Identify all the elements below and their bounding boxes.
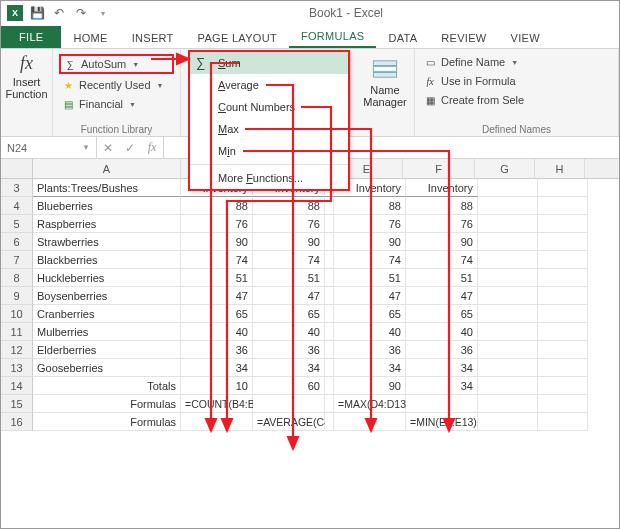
undo-icon[interactable]: ↶ bbox=[49, 3, 69, 23]
cell[interactable] bbox=[538, 215, 588, 233]
cell[interactable]: 88 bbox=[253, 197, 325, 215]
cell[interactable] bbox=[538, 287, 588, 305]
tab-data[interactable]: DATA bbox=[376, 28, 429, 48]
cell[interactable]: Strawberries bbox=[33, 233, 181, 251]
cell[interactable] bbox=[478, 305, 538, 323]
fx-icon[interactable]: fx bbox=[141, 140, 163, 155]
cell[interactable]: 74 bbox=[406, 251, 478, 269]
col-header-G[interactable]: G bbox=[475, 159, 535, 178]
tab-home[interactable]: HOME bbox=[61, 28, 119, 48]
cell[interactable]: 40 bbox=[181, 323, 253, 341]
cell[interactable]: 51 bbox=[406, 269, 478, 287]
redo-icon[interactable]: ↷ bbox=[71, 3, 91, 23]
tab-file[interactable]: FILE bbox=[1, 26, 61, 48]
cell[interactable] bbox=[406, 395, 478, 413]
cell[interactable]: Blueberries bbox=[33, 197, 181, 215]
cell[interactable]: 74 bbox=[253, 251, 325, 269]
cell[interactable]: 51 bbox=[181, 269, 253, 287]
cell[interactable]: Plants:Trees/Bushes bbox=[33, 179, 181, 197]
tab-review[interactable]: REVIEW bbox=[429, 28, 498, 48]
cell[interactable]: 47 bbox=[406, 287, 478, 305]
cell[interactable] bbox=[325, 377, 334, 395]
cell[interactable] bbox=[538, 359, 588, 377]
cell[interactable] bbox=[325, 251, 334, 269]
cancel-icon[interactable]: ✕ bbox=[97, 141, 119, 155]
cell[interactable] bbox=[334, 413, 406, 431]
cell[interactable]: 40 bbox=[406, 323, 478, 341]
cell[interactable]: 34 bbox=[334, 359, 406, 377]
cell[interactable] bbox=[478, 215, 538, 233]
use-in-formula-button[interactable]: fx Use in Formula bbox=[421, 73, 612, 89]
cell[interactable]: 65 bbox=[253, 305, 325, 323]
cell[interactable]: 36 bbox=[406, 341, 478, 359]
cell[interactable] bbox=[538, 305, 588, 323]
cell[interactable] bbox=[478, 377, 538, 395]
row-header[interactable]: 16 bbox=[1, 413, 33, 431]
cell[interactable]: 51 bbox=[334, 269, 406, 287]
cell[interactable]: Mulberries bbox=[33, 323, 181, 341]
cell[interactable]: Boysenberries bbox=[33, 287, 181, 305]
cell[interactable] bbox=[325, 359, 334, 377]
cell[interactable]: Formulas bbox=[33, 413, 181, 431]
cell[interactable] bbox=[478, 269, 538, 287]
cell[interactable]: 34 bbox=[181, 359, 253, 377]
cell[interactable] bbox=[325, 197, 334, 215]
cell[interactable]: 88 bbox=[334, 197, 406, 215]
cell[interactable]: 74 bbox=[181, 251, 253, 269]
cell[interactable] bbox=[325, 341, 334, 359]
cell[interactable]: Blackberries bbox=[33, 251, 181, 269]
row-header[interactable]: 4 bbox=[1, 197, 33, 215]
cell[interactable]: =MIN(E4:E13) bbox=[406, 413, 478, 431]
cell[interactable] bbox=[478, 197, 538, 215]
row-header[interactable]: 8 bbox=[1, 269, 33, 287]
row-header[interactable]: 5 bbox=[1, 215, 33, 233]
cell[interactable] bbox=[478, 287, 538, 305]
cell[interactable]: 60 bbox=[253, 377, 325, 395]
row-header[interactable]: 15 bbox=[1, 395, 33, 413]
cell[interactable]: 76 bbox=[406, 215, 478, 233]
cell[interactable] bbox=[478, 179, 538, 197]
cell[interactable] bbox=[538, 179, 588, 197]
cell[interactable]: =MAX(D4:D13) bbox=[334, 395, 406, 413]
dropdown-more-functions[interactable]: More Functions... bbox=[190, 167, 348, 189]
cell[interactable]: Gooseberries bbox=[33, 359, 181, 377]
cell[interactable]: 65 bbox=[334, 305, 406, 323]
cell[interactable] bbox=[325, 305, 334, 323]
cell[interactable]: 76 bbox=[334, 215, 406, 233]
dropdown-sum[interactable]: ∑ Sum bbox=[190, 52, 348, 74]
cell[interactable]: 90 bbox=[253, 233, 325, 251]
recently-used-button[interactable]: ★ Recently Used ▼ bbox=[59, 77, 174, 93]
cell[interactable] bbox=[538, 395, 588, 413]
financial-button[interactable]: ▤ Financial ▼ bbox=[59, 96, 174, 112]
cell[interactable]: 34 bbox=[406, 377, 478, 395]
cell[interactable]: Totals bbox=[33, 377, 181, 395]
row-header[interactable]: 13 bbox=[1, 359, 33, 377]
cell[interactable] bbox=[325, 323, 334, 341]
row-header[interactable]: 6 bbox=[1, 233, 33, 251]
cell[interactable] bbox=[478, 413, 538, 431]
cell[interactable] bbox=[538, 341, 588, 359]
enter-icon[interactable]: ✓ bbox=[119, 141, 141, 155]
cell[interactable]: 34 bbox=[253, 359, 325, 377]
select-all-corner[interactable] bbox=[1, 159, 33, 178]
cell[interactable]: Huckleberries bbox=[33, 269, 181, 287]
cell[interactable] bbox=[538, 251, 588, 269]
tab-formulas[interactable]: FORMULAS bbox=[289, 26, 377, 48]
cell[interactable] bbox=[325, 233, 334, 251]
cell[interactable]: 90 bbox=[406, 233, 478, 251]
cell[interactable] bbox=[181, 413, 253, 431]
cell[interactable] bbox=[538, 197, 588, 215]
cell[interactable]: 90 bbox=[334, 233, 406, 251]
cell[interactable]: 76 bbox=[181, 215, 253, 233]
cell[interactable]: 76 bbox=[253, 215, 325, 233]
create-from-selection-button[interactable]: ▦ Create from Sele bbox=[421, 92, 612, 108]
cell[interactable]: 51 bbox=[253, 269, 325, 287]
autosum-button[interactable]: ∑ AutoSum ▼ bbox=[59, 54, 174, 74]
cell[interactable]: Cranberries bbox=[33, 305, 181, 323]
cell[interactable] bbox=[478, 359, 538, 377]
cell[interactable] bbox=[325, 287, 334, 305]
tab-insert[interactable]: INSERT bbox=[120, 28, 186, 48]
cell[interactable]: Inventory bbox=[406, 179, 478, 197]
cell[interactable]: 47 bbox=[334, 287, 406, 305]
row-header[interactable]: 3 bbox=[1, 179, 33, 197]
